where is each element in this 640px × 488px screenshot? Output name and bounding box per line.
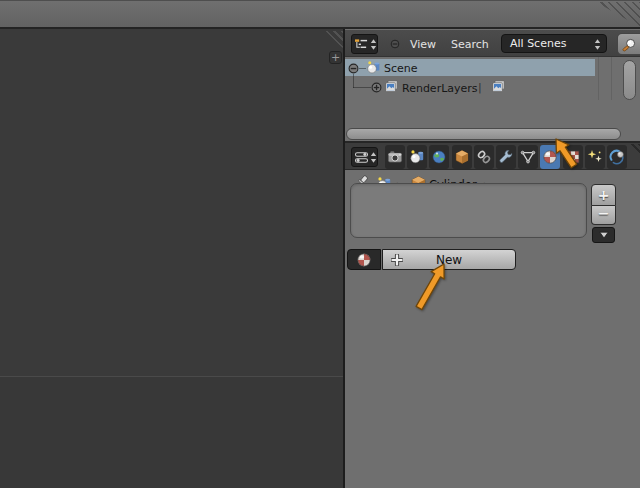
scene-filter-value: All Scenes	[510, 37, 566, 50]
collapse-minus-icon[interactable]	[348, 63, 359, 74]
camera-icon	[387, 149, 403, 165]
tree-connector	[353, 74, 354, 88]
outliner-header: View Search All Scenes	[345, 30, 640, 57]
slot-specials-button[interactable]	[592, 227, 615, 243]
renderlayers-icon	[491, 79, 506, 94]
right-panel: View Search All Scenes Scene RenderLayer…	[345, 29, 640, 488]
collapse-menus-icon[interactable]	[390, 39, 400, 49]
scene-icon	[409, 149, 425, 165]
restriction-column	[598, 57, 599, 100]
tab-render[interactable]	[385, 145, 405, 169]
new-material-label: New	[383, 253, 515, 267]
tab-modifiers[interactable]	[496, 145, 516, 169]
blender-window: + View Search All Scenes Scene	[0, 0, 640, 488]
particles-icon	[587, 149, 603, 165]
material-sphere-icon	[356, 252, 372, 268]
timeline-region[interactable]	[0, 377, 343, 488]
outliner-editor-icon	[354, 38, 369, 51]
mesh-data-icon	[520, 149, 536, 165]
expand-region-button[interactable]: +	[329, 51, 342, 64]
tab-world[interactable]	[429, 145, 449, 169]
add-slot-button[interactable]: +	[591, 184, 616, 206]
world-icon	[431, 149, 447, 165]
outliner-row-renderlayers[interactable]: RenderLayers	[402, 82, 478, 95]
texture-checker-icon	[565, 149, 581, 165]
tab-particles[interactable]	[585, 145, 605, 169]
outliner-vscrollbar[interactable]	[623, 60, 636, 100]
chain-icon	[476, 149, 492, 165]
physics-icon	[609, 149, 625, 165]
region-corner-handle[interactable]	[596, 2, 640, 27]
browse-material-button[interactable]	[347, 249, 381, 270]
updown-arrows-icon	[594, 38, 601, 51]
menu-search[interactable]: Search	[451, 38, 489, 51]
wrench-icon	[498, 149, 514, 165]
tree-connector	[353, 87, 371, 88]
scene-filter-dropdown[interactable]: All Scenes	[501, 34, 607, 53]
region-divider[interactable]	[0, 376, 343, 377]
properties-editor-icon	[354, 151, 369, 164]
viewport-3d[interactable]: +	[0, 29, 345, 488]
row-separator: |	[478, 81, 482, 94]
material-sphere-icon	[542, 149, 558, 165]
remove-slot-button[interactable]: −	[591, 206, 616, 225]
restriction-column	[611, 57, 612, 100]
info-header	[0, 0, 640, 29]
material-slot-list[interactable]	[350, 183, 587, 238]
tab-object-data[interactable]	[518, 145, 538, 169]
updown-arrows-icon	[370, 38, 377, 51]
tab-physics[interactable]	[607, 145, 627, 169]
tab-constraints[interactable]	[474, 145, 494, 169]
properties-editor-type-button[interactable]	[351, 147, 378, 167]
outliner-editor-type-button[interactable]	[351, 34, 378, 54]
outliner-row-scene[interactable]: Scene	[384, 62, 418, 75]
magnifier-icon	[621, 37, 637, 53]
outliner-hscrollbar[interactable]	[346, 128, 621, 140]
dropdown-triangle-icon	[599, 231, 609, 239]
renderlayers-icon	[384, 79, 399, 94]
selected-row-highlight	[345, 59, 595, 76]
new-material-button[interactable]: New	[382, 249, 516, 270]
tab-texture[interactable]	[563, 145, 583, 169]
cube-icon	[454, 149, 470, 165]
viewport-corner-handle[interactable]	[321, 31, 343, 48]
updown-arrows-icon	[370, 151, 377, 164]
tab-material[interactable]	[540, 145, 560, 169]
scene-icon	[366, 60, 381, 75]
tab-object[interactable]	[452, 145, 472, 169]
tab-scene[interactable]	[407, 145, 427, 169]
menu-view[interactable]: View	[410, 38, 436, 51]
expand-plus-icon[interactable]	[371, 82, 382, 93]
tree-connector	[359, 68, 366, 69]
search-button[interactable]	[617, 33, 640, 55]
